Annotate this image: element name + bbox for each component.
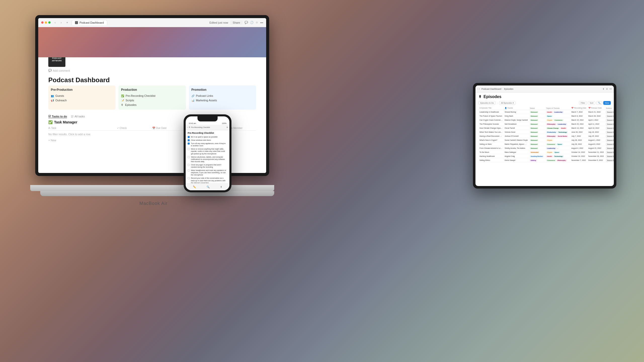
cell-recording-date: August 4, 2022 — [570, 146, 587, 150]
table-row[interactable]: What's New in Crypto? Sonia Cantrell, El… — [478, 138, 614, 142]
cell-recording-date: March 15, 2022 — [570, 118, 587, 122]
checkbox-0[interactable] — [188, 136, 190, 138]
ipad-forward-button[interactable]: › — [479, 87, 480, 90]
iphone-share-bottom-icon[interactable]: ⬆ — [220, 186, 222, 188]
cell-status: Editing — [529, 158, 545, 162]
table-row[interactable]: The Future of Space Tourism Greg Nash Re… — [478, 114, 614, 118]
table-row[interactable]: To the Moon Mara Gallegos Scheduled Cryp… — [478, 150, 614, 154]
breadcrumb-episodes[interactable]: Episodes — [504, 88, 513, 90]
cell-recording-date: October 14, 2022 — [570, 150, 587, 154]
checklist-item[interactable]: Close windows and doors — [188, 139, 227, 141]
browser-tab[interactable]: Podcast Dashboard — [72, 20, 107, 25]
table-row[interactable]: When Tech Makes You Less Productive Vict… — [478, 130, 614, 134]
kanban-item-scripts[interactable]: 📝 Scripts — [121, 98, 183, 103]
cell-recording-date: March 7, 2022 — [570, 110, 587, 114]
checklist-item[interactable]: Close any apps or programs that aren't n… — [188, 164, 227, 168]
table-row[interactable]: Having a Real Discussion on Twitter Josh… — [478, 134, 614, 138]
checklist-item[interactable]: Silence all phones, tablets, and compute… — [188, 156, 227, 163]
ipad-upload-button[interactable]: ⬆ — [602, 88, 605, 90]
checklist-item-text-4: Silence all phones, tablets, and compute… — [191, 156, 227, 163]
col-topics-header: Topics & Themes — [545, 106, 570, 110]
cell-topics: CommercePhilosophy — [545, 158, 570, 162]
checkbox-1[interactable] — [188, 139, 190, 141]
cell-recording-date: July 7, 2022 — [570, 134, 587, 138]
browser-actions: Edited just now Share 💬 🕐 ☆ ••• — [209, 20, 263, 25]
cell-season: Season 3 — [605, 158, 614, 162]
breadcrumb-dashboard[interactable]: Podcast Dashboard — [481, 88, 501, 90]
cell-guests: Neil Donaldson — [504, 122, 529, 126]
col-status-header: Status — [529, 106, 545, 110]
checkbox-4[interactable] — [188, 156, 190, 158]
checklist-item[interactable]: Wear headphones and mute any speakers or… — [188, 169, 227, 176]
col-season-header: Season — [605, 106, 614, 110]
more-icon[interactable]: ••• — [260, 21, 263, 24]
scripts-label: Scripts — [126, 99, 134, 102]
kanban-item-guests[interactable]: 👥 Guests — [51, 94, 113, 98]
iphone-back-btn[interactable]: ‹ — [187, 126, 188, 128]
cell-release-date: August 1, 2022 — [587, 138, 605, 142]
back-button[interactable]: ‹ — [53, 20, 58, 25]
table-row[interactable]: The Philosopher Investor Neil Donaldson … — [478, 122, 614, 126]
checkbox-6[interactable] — [188, 169, 190, 171]
iphone-share-btn[interactable]: ⬆ — [226, 126, 228, 128]
episodes-table: Aᵢ Episode Title 👤 Guests Status Topics … — [478, 106, 614, 162]
cell-season: Season 1 — [605, 126, 614, 130]
minimize-window-dot[interactable] — [45, 21, 47, 24]
table-row[interactable]: Can Crypto Crack Commerce? Eleanor Doyle… — [478, 118, 614, 122]
table-row[interactable]: How Climate Change Impacts Health Oscar … — [478, 126, 614, 130]
cell-status: Released — [529, 142, 545, 146]
notion-body: YOUR PODCAST ARTWORK 💬 Add comment Podca… — [38, 57, 266, 173]
kanban-item-outreach[interactable]: 📢 Outreach — [51, 98, 113, 103]
tab-tasks-to-do[interactable]: ☑ Tasks to do — [48, 115, 67, 118]
checklist-item[interactable]: Be in as quiet a space as possible — [188, 136, 227, 138]
kanban-item-checklist[interactable]: ✅ Pre-Recording Checklist — [121, 94, 183, 98]
all-episodes-button[interactable]: All Episodes ▾ — [499, 101, 515, 105]
table-row[interactable]: Hacking Healthcare Angela Craig Awaiting… — [478, 154, 614, 158]
cell-season: Season 2 — [605, 134, 614, 138]
iphone-edit-icon[interactable]: ✏️ — [193, 186, 196, 188]
checklist-item[interactable]: Record your side of the conversation as … — [188, 177, 227, 183]
forward-button[interactable]: › — [59, 20, 64, 25]
tasks-to-do-label: Tasks to do — [52, 115, 67, 118]
add-tab-button[interactable]: + — [65, 20, 70, 25]
kanban-item-episodes[interactable]: 🎙 Episodes — [121, 103, 183, 107]
tasks-to-do-icon: ☑ — [48, 115, 51, 118]
ipad-back-button[interactable]: ‹ — [477, 87, 478, 90]
comment-icon[interactable]: 💬 — [245, 21, 248, 24]
ipad-download-button[interactable]: ⬇ — [606, 88, 608, 90]
kanban-item-marketing[interactable]: 📊 Marketing Assets — [191, 98, 254, 103]
kanban-col-pre-production: Pre-Production 👥 Guests 📢 Outreach — [48, 85, 115, 110]
macbook-screen: ‹ › + Podcast Dashboard Edited just now … — [38, 18, 266, 173]
checklist-item[interactable]: Turn off any noisy appliances, even if t… — [188, 142, 227, 147]
ipad-more-button[interactable]: ••• — [610, 88, 612, 90]
fullscreen-window-dot[interactable] — [48, 21, 51, 24]
checklist-item[interactable]: Move or remove anything that might rattl… — [188, 148, 227, 155]
table-row[interactable]: Leadership in Healthcare Sinead Murray R… — [478, 110, 614, 114]
kanban-item-podcast-links[interactable]: 🔗 Podcast Links — [191, 94, 254, 98]
share-button[interactable]: Share — [230, 20, 243, 25]
star-icon[interactable]: ☆ — [256, 21, 258, 24]
cell-release-date: August 8, 2022 — [587, 142, 605, 146]
table-row[interactable]: From Climate Activist to Leader Shelby A… — [478, 146, 614, 150]
checkbox-2[interactable] — [188, 143, 190, 145]
table-row[interactable]: Selling on Mars Martin Fitzpatrick, Alys… — [478, 142, 614, 146]
table-row[interactable]: Selling Ethics Denis Sawyer Editing Comm… — [478, 158, 614, 162]
cell-title: The Philosopher Investor — [478, 122, 504, 126]
cell-guests: Martin Fitzpatrick, Alyson Moody — [504, 142, 529, 146]
iphone-search-bottom-icon[interactable]: 🔍 — [207, 186, 210, 188]
macbook-frame: ‹ › + Podcast Dashboard Edited just now … — [35, 15, 269, 176]
clock-icon[interactable]: 🕐 — [250, 21, 254, 24]
checkbox-3[interactable] — [188, 148, 190, 150]
close-window-dot[interactable] — [41, 21, 44, 24]
filter-button[interactable]: Filter — [579, 101, 587, 105]
checkbox-7[interactable] — [188, 177, 190, 179]
new-episode-button[interactable]: New — [603, 101, 611, 105]
episodes-to-do-filter[interactable]: Episodes to Do — [478, 101, 496, 105]
tab-all-tasks[interactable]: ☑ All tasks — [71, 115, 85, 118]
checkbox-5[interactable] — [188, 164, 190, 166]
cell-title: Leadership in Healthcare — [478, 110, 504, 114]
cell-title: What's New in Crypto? — [478, 138, 504, 142]
sort-button[interactable]: Sort — [588, 101, 595, 105]
add-comment-area[interactable]: 💬 Add comment — [48, 69, 256, 72]
search-button[interactable]: 🔍 — [596, 101, 602, 105]
